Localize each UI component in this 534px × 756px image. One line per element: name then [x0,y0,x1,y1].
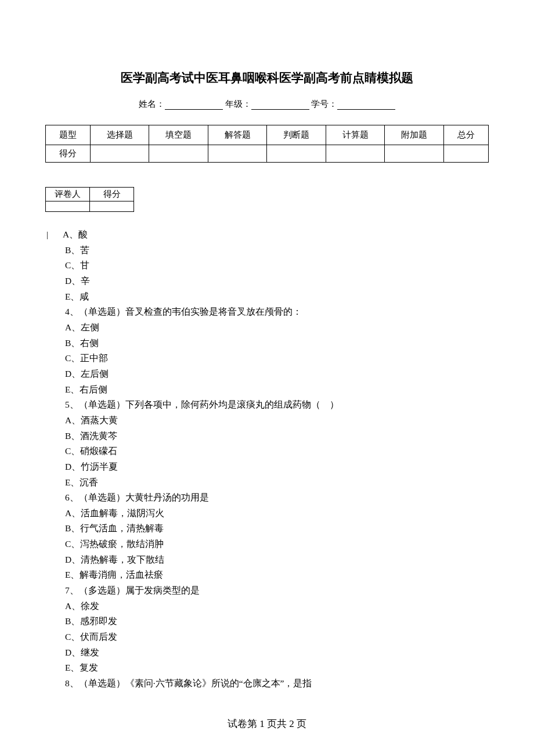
content-line: B、苦 [46,243,489,258]
content-line: B、行气活血，清热解毒 [46,521,489,537]
score-cell [385,145,444,163]
vbar-mark: | [46,227,63,243]
content-line: E、沉香 [46,475,489,491]
content-line: C、泻热破瘀，散结消肿 [46,537,489,552]
grader-table: 评卷人 得分 [45,187,134,212]
content-line: 8、（单选题）《素问·六节藏象论》所说的“仓廪之本”，是指 [46,676,489,692]
content-line: D、清热解毒，攻下散结 [46,552,489,568]
score-cell [267,145,326,163]
grader-cell [90,201,134,212]
content-line: D、辛 [46,273,489,289]
content-line: B、右侧 [46,336,489,351]
content-line: E、解毒消痈，活血祛瘀 [46,567,489,583]
grader-header-cell: 评卷人 [46,188,90,201]
score-header-cell: 填空题 [149,125,208,145]
content-line: C、硝煅礞石 [46,444,489,459]
content-line: 7、（多选题）属于发病类型的是 [46,583,489,599]
grader-body-row [46,201,134,212]
content-line: |A、酸 [46,227,489,243]
content-line: 5、（单选题）下列各项中，除何药外均是滚痰丸的组成药物（ ） [46,397,489,413]
score-table-header-row: 题型 选择题 填空题 解答题 判断题 计算题 附加题 总分 [46,125,489,145]
content-line: D、竹沥半夏 [46,459,489,475]
score-header-cell: 判断题 [267,125,326,145]
content-line: C、伏而后发 [46,629,489,645]
score-cell [149,145,208,163]
score-header-cell: 总分 [443,125,488,145]
content-line: B、感邪即发 [46,614,489,629]
grader-header-row: 评卷人 得分 [46,188,134,201]
id-blank [337,100,395,110]
score-table-body-row: 得分 [46,145,489,163]
name-label: 姓名： [139,99,165,109]
grade-label: 年级： [225,99,251,109]
score-header-cell: 计算题 [326,125,385,145]
question-content: |A、酸B、苦C、甘D、辛E、咸4、（单选题）音叉检查的韦伯实验是将音叉放在颅骨… [45,227,489,692]
score-row-label: 得分 [46,145,91,163]
content-line: A、徐发 [46,599,489,614]
score-cell [90,145,149,163]
score-header-cell: 附加题 [385,125,444,145]
content-line: E、右后侧 [46,382,489,398]
score-header-cell: 解答题 [208,125,267,145]
score-table: 题型 选择题 填空题 解答题 判断题 计算题 附加题 总分 得分 [45,125,489,163]
content-line: E、咸 [46,289,489,305]
score-cell [326,145,385,163]
content-line: 4、（单选题）音叉检查的韦伯实验是将音叉放在颅骨的： [46,304,489,320]
score-cell [208,145,267,163]
name-blank [165,100,223,110]
content-line: A、左侧 [46,320,489,336]
content-text: A、酸 [63,229,88,239]
content-line: 6、（单选题）大黄牡丹汤的功用是 [46,490,489,506]
grader-header-cell: 得分 [90,188,134,201]
score-header-cell: 选择题 [90,125,149,145]
grader-cell [46,201,90,212]
exam-title: 医学副高考试中医耳鼻咽喉科医学副高考前点睛模拟题 [45,70,489,86]
id-label: 学号： [311,99,337,109]
student-info-line: 姓名： 年级： 学号： [45,99,489,110]
content-line: C、正中部 [46,351,489,366]
grade-blank [251,100,309,110]
content-line: E、复发 [46,660,489,676]
content-line: B、酒洗黄芩 [46,429,489,444]
content-line: D、左后侧 [46,366,489,382]
page-footer: 试卷第 1 页共 2 页 [0,717,534,730]
content-line: A、活血解毒，滋阴泻火 [46,506,489,521]
score-cell [443,145,488,163]
score-header-cell: 题型 [46,125,91,145]
content-line: D、继发 [46,645,489,661]
content-line: A、酒蒸大黄 [46,413,489,429]
content-line: C、甘 [46,258,489,273]
